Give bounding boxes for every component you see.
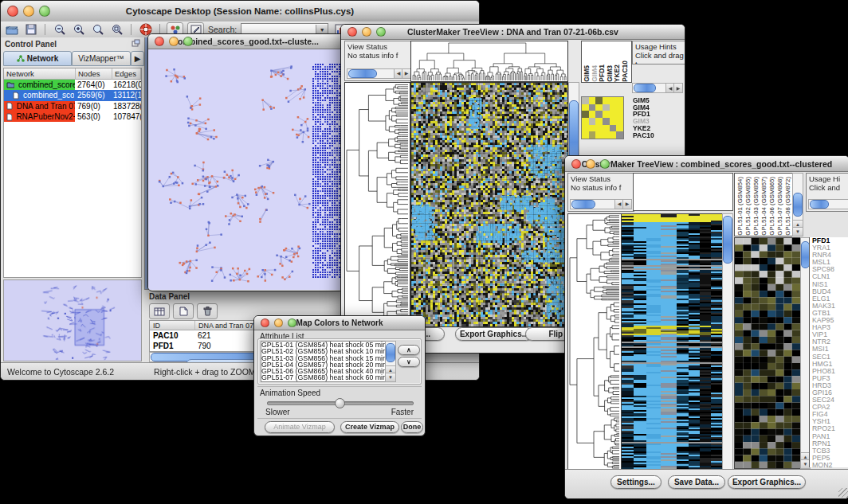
minimize-button[interactable] [169,37,179,46]
column-label[interactable]: GPL51-02 (GSM855) [744,177,752,236]
matrix-cell[interactable] [589,131,596,139]
column-label[interactable]: GPL51-07 (GSM868) [776,177,784,236]
usage-hints-hscrollbar[interactable]: ◀ ▶ [632,83,683,93]
matrix-cell[interactable] [589,125,596,132]
column-label[interactable]: GPL51-04 (GSM857) [760,177,768,236]
matrix-cell[interactable] [610,97,617,104]
tab-overflow-arrow[interactable]: ▶ [131,51,144,66]
network-row[interactable]: combined_scores2764(0)16218(0) [4,80,141,91]
export-graphics-button[interactable]: Export Graphics... [455,327,533,341]
matrix-cell[interactable] [595,118,603,125]
minimize-button[interactable] [362,27,371,37]
matrix-cell[interactable] [603,118,610,125]
scroll-right-arrow-icon[interactable]: ▶ [673,84,682,92]
zoom-button[interactable] [600,159,610,169]
save-button[interactable] [23,23,38,37]
matrix-cell[interactable] [610,125,617,132]
column-label[interactable]: GIM5 [583,65,591,82]
minimize-button[interactable] [23,6,34,17]
matrix-cell[interactable] [595,125,603,132]
scroll-right-arrow-icon[interactable]: ▶ [402,69,410,78]
treeview1-titlebar[interactable]: ClusterMaker TreeView : DNA and Tran 07-… [341,25,685,40]
usage-hints-hscrollbar[interactable] [808,199,848,209]
done-button[interactable]: Done [401,421,423,433]
matrix-cell[interactable] [603,131,610,139]
new-attribute-icon[interactable] [173,303,194,319]
column-label[interactable]: YKE2 [614,64,622,82]
heatmap-vscrollbar[interactable] [722,213,733,471]
zoom-button[interactable] [39,6,50,17]
zoom-button[interactable] [183,37,193,46]
gene-list[interactable]: PFD1YRA1RNR4MSL1SPC98CLN1NIS1BUD4ELG1MAK… [809,237,848,467]
matrix-cell[interactable] [603,97,610,104]
slider-thumb[interactable] [335,398,345,408]
column-dendrogram[interactable] [410,41,568,82]
export-graphics-button[interactable]: Export Graphics... [728,475,806,489]
minimize-button[interactable] [274,318,283,327]
create-vizmap-button[interactable]: Create Vizmap [340,421,399,433]
close-button[interactable] [155,37,164,46]
move-up-button[interactable]: ∧ [398,345,420,355]
close-button[interactable] [347,27,357,37]
minimize-button[interactable] [586,159,595,169]
zoom-selected-icon[interactable] [90,23,105,37]
matrix-cell[interactable] [595,131,603,139]
column-label[interactable]: GPL51-01 (GSM854) [736,177,744,236]
heatmap-canvas[interactable] [410,82,568,327]
matrix-cell[interactable] [595,97,603,104]
matrix-cell[interactable] [582,97,589,104]
column-dendrogram-area[interactable] [633,173,733,211]
network-table-header[interactable]: Network Nodes Edges [4,68,141,80]
birdseye-view[interactable] [3,279,142,361]
matrix-cell[interactable] [616,131,623,139]
resize-grip[interactable] [838,488,848,498]
close-button[interactable] [571,159,581,169]
column-label[interactable]: PFD1 [599,64,607,82]
matrix-cell[interactable] [589,97,596,104]
zoom-in-icon[interactable] [71,23,86,37]
matrix-cell[interactable] [595,111,603,118]
matrix-cell[interactable] [616,111,623,118]
main-titlebar[interactable]: Cytoscape Desktop (Session Name: collins… [1,1,479,22]
gene-label[interactable]: MON2 [812,462,848,467]
matrix-cell[interactable] [610,118,617,125]
open-file-button[interactable] [4,23,19,37]
network-row[interactable]: combined_sco2569(6)13112(15) [4,90,141,101]
treeview2-titlebar[interactable]: ClusterMaker TreeView : combined_scores_… [565,156,848,172]
close-button[interactable] [261,318,269,327]
scroll-down-arrow-icon[interactable]: ▼ [793,227,803,236]
row-label[interactable]: PAC10 [633,132,681,139]
matrix-cell[interactable] [616,118,623,125]
matrix-cell[interactable] [595,104,603,111]
matrix-cell[interactable] [582,118,589,125]
attribute-list-vscrollbar[interactable]: ▲ ▼ [385,341,396,382]
column-label[interactable]: GIM4 [591,65,599,82]
matrix-cell[interactable] [582,125,589,132]
save-data-button[interactable]: Save Data... [668,475,725,489]
matrix-cell[interactable] [616,125,623,132]
dialog-titlebar[interactable]: Map Colors to Network [254,316,425,330]
network-row[interactable]: DNA and Tran 07769(0)183728(0) [4,101,141,112]
detail-matrix[interactable] [581,96,624,139]
view-status-hscrollbar[interactable]: ◀ ▶ [570,199,632,209]
scroll-down-arrow-icon[interactable]: ▼ [386,373,395,381]
delete-attribute-trash-icon[interactable] [197,303,218,319]
column-label[interactable]: GPL51-06 (GSM865) [768,177,776,236]
matrix-cell[interactable] [589,111,596,118]
column-labels-vscrollbar[interactable]: ▲ ▼ [792,173,803,236]
column-label[interactable]: PAC10 [622,61,630,82]
matrix-cell[interactable] [582,104,589,111]
zoom-button[interactable] [376,27,386,37]
tab-network[interactable]: Network [3,51,72,66]
close-button[interactable] [7,6,18,17]
zoom-fit-icon[interactable] [109,23,124,37]
float-panel-icon[interactable] [132,39,140,49]
attribute-item[interactable]: GPL51-07 (GSM868) heat shock 60 min [261,374,386,381]
move-down-button[interactable]: ∨ [398,357,420,367]
matrix-cell[interactable] [610,104,617,111]
scroll-right-arrow-icon[interactable]: ▶ [622,200,631,209]
detail-heatmap[interactable] [734,237,801,469]
column-label[interactable]: GPL51-03 (GSM856) [752,177,760,236]
tab-vizmapper[interactable]: VizMapper™ [72,51,131,66]
matrix-cell[interactable] [610,111,617,118]
